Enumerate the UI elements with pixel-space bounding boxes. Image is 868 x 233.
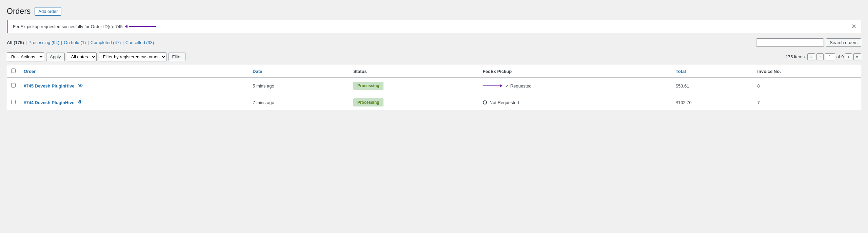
col-checkbox [7,65,20,78]
pagination-of-label: of 9 [836,54,844,59]
tab-on-hold[interactable]: On hold (1) [64,40,86,45]
row-744-eye-icon: 👁 [78,99,83,105]
row-745-order-link[interactable]: #745 Devesh PluginHive [24,83,75,89]
row-745-date-cell: 5 mins ago [249,78,349,94]
row-745-invoice-cell: 8 [753,78,861,94]
row-744-fedex-status: Not Requested [483,100,668,105]
row-745-eye-icon: 👁 [78,83,83,89]
row-745-total-cell: $53.61 [672,78,753,94]
tab-sep-2: | [61,40,62,45]
col-status-header: Status [349,65,479,78]
row-745-checkbox-cell [7,78,20,94]
table-header-row: Order Date Status FedEx Pickup Total Inv… [7,65,861,78]
row-744-invoice: 7 [757,100,760,105]
row-744-date-cell: 7 mins ago [249,94,349,111]
col-order-header[interactable]: Order [20,65,249,78]
table-row: #744 Devesh PluginHive 👁 7 mins ago Proc… [7,94,861,111]
row-745-order-cell: #745 Devesh PluginHive 👁 [20,78,249,94]
pagination-last-button[interactable]: » [853,53,861,60]
apply-button[interactable]: Apply [46,53,65,61]
row-745-arrow-icon [483,84,502,88]
row-745-checkbox[interactable] [11,83,16,88]
tab-sep-4: | [122,40,123,45]
row-744-fedex-label: Not Requested [490,100,519,105]
arrow-row-head-icon [500,84,502,88]
row-744-order-link[interactable]: #744 Devesh PluginHive [24,100,75,105]
row-744-circle-icon [483,100,487,104]
row-745-checkmark-icon: ✓ [505,83,509,89]
row-745-total: $53.61 [676,83,689,89]
title-row: Orders Add order [7,7,861,16]
items-count: 175 items [786,54,805,59]
arrow-head-icon [125,25,127,28]
add-order-button[interactable]: Add order [35,7,61,16]
customer-filter-select[interactable]: Filter by registered customer [99,52,166,61]
table-row: #745 Devesh PluginHive 👁 5 mins ago Proc… [7,78,861,94]
col-invoice-header: Invoice No. [753,65,861,78]
notice-bar: FedEx pickup requested succesfully for O… [7,20,861,33]
row-744-checkbox-cell [7,94,20,111]
notice-text: FedEx pickup requested succesfully for O… [13,24,123,29]
col-fedex-header: FedEx Pickup [479,65,672,78]
search-input[interactable] [756,38,824,47]
search-row: Search orders [756,38,861,47]
filters-pagination-row: Bulk Actions Apply All dates Filter by r… [7,52,861,61]
row-745-fedex-cell: ✓ Requested [479,78,672,94]
row-744-status-cell: Processing [349,94,479,111]
row-745-status-badge: Processing [353,82,383,90]
tab-sep-3: | [87,40,88,45]
row-745-invoice: 8 [757,83,760,89]
pagination-area: 175 items « ‹ of 9 › » [786,53,861,60]
pagination-first-button[interactable]: « [807,53,815,60]
arrow-row-line-icon [483,85,500,86]
page-wrap: Orders Add order FedEx pickup requested … [0,0,868,233]
filter-button[interactable]: Filter [169,53,186,61]
tabs-search-bar: All (175) | Processing (94) | On hold (1… [7,38,861,50]
col-date-header[interactable]: Date [249,65,349,78]
select-all-checkbox[interactable] [11,69,16,73]
orders-table: Order Date Status FedEx Pickup Total Inv… [7,65,861,111]
search-orders-button[interactable]: Search orders [826,38,861,47]
tab-cancelled[interactable]: Cancelled (33) [125,40,154,45]
tab-completed[interactable]: Completed (47) [91,40,121,45]
row-744-invoice-cell: 7 [753,94,861,111]
notice-arrow [125,25,156,28]
bulk-actions-select[interactable]: Bulk Actions [7,52,44,61]
col-total-header[interactable]: Total [672,65,753,78]
row-744-date: 7 mins ago [253,100,274,105]
arrow-line-icon [129,26,156,27]
row-744-fedex-cell: Not Requested [479,94,672,111]
row-744-total-cell: $102.70 [672,94,753,111]
page-title: Orders [7,7,31,16]
row-745-fedex-label: Requested [510,83,532,89]
all-dates-select[interactable]: All dates [67,52,97,61]
row-744-total: $102.70 [676,100,692,105]
tab-sep-1: | [26,40,27,45]
row-745-fedex-status: ✓ Requested [483,83,668,89]
row-744-status-badge: Processing [353,98,383,106]
row-744-checkbox[interactable] [11,100,16,104]
notice-close-button[interactable]: ✕ [851,23,856,30]
tab-processing[interactable]: Processing (94) [28,40,59,45]
tab-all[interactable]: All (175) [7,40,24,45]
row-745-date: 5 mins ago [253,83,274,89]
row-745-status-cell: Processing [349,78,479,94]
pagination-prev-button[interactable]: ‹ [816,53,823,60]
row-744-order-cell: #744 Devesh PluginHive 👁 [20,94,249,111]
pagination-next-button[interactable]: › [845,53,852,60]
tabs-row: All (175) | Processing (94) | On hold (1… [7,40,154,45]
pagination-current-input[interactable] [825,53,835,60]
notice-content: FedEx pickup requested succesfully for O… [13,24,156,29]
